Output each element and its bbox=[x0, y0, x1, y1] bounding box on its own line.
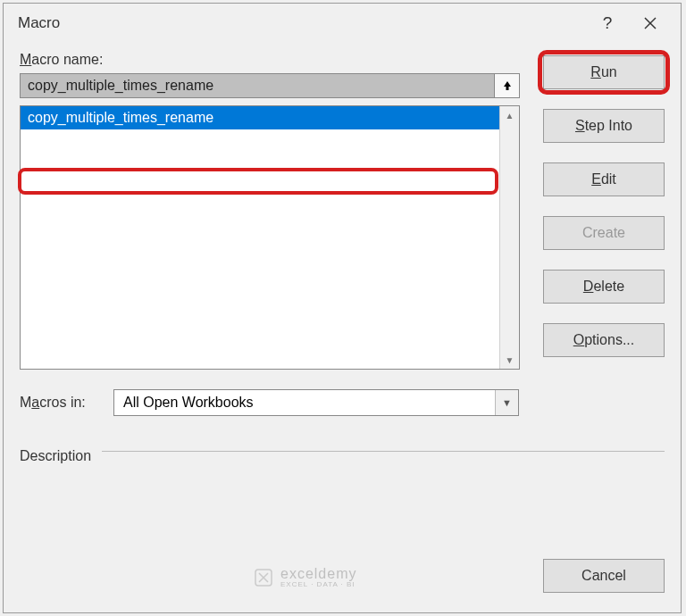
macros-in-value: All Open Workbooks bbox=[123, 395, 495, 411]
watermark-main: exceldemy bbox=[280, 566, 356, 582]
list-item[interactable]: copy_multiple_times_rename bbox=[21, 106, 499, 129]
scroll-down-icon[interactable]: ▼ bbox=[500, 351, 519, 369]
dialog-content: Macro name: copy_multiple_times_rename ▲… bbox=[4, 43, 681, 464]
description-label: Description bbox=[20, 448, 91, 464]
cancel-button[interactable]: Cancel bbox=[543, 559, 665, 593]
macro-list-body: copy_multiple_times_rename bbox=[21, 106, 499, 369]
macros-in-combo[interactable]: All Open Workbooks ▼ bbox=[113, 389, 519, 416]
close-icon bbox=[643, 16, 657, 30]
macros-in-label: Macros in: bbox=[20, 395, 96, 411]
watermark-icon bbox=[254, 568, 273, 587]
macro-dialog: Macro ? Run Step Into Edit Create Delete… bbox=[3, 3, 682, 613]
watermark-sub: EXCEL · DATA · BI bbox=[280, 581, 356, 589]
macro-name-label: Macro name: bbox=[20, 52, 665, 68]
help-button[interactable]: ? bbox=[586, 5, 629, 41]
titlebar: Macro ? bbox=[4, 4, 681, 43]
collapse-dialog-button[interactable] bbox=[495, 73, 520, 98]
arrow-up-icon bbox=[501, 79, 514, 92]
scrollbar[interactable]: ▲ ▼ bbox=[499, 106, 519, 369]
chevron-down-icon: ▼ bbox=[495, 390, 518, 415]
close-button[interactable] bbox=[629, 5, 672, 41]
macro-list[interactable]: copy_multiple_times_rename ▲ ▼ bbox=[20, 105, 520, 370]
macro-name-row bbox=[20, 73, 520, 98]
list-item-label: copy_multiple_times_rename bbox=[28, 110, 213, 126]
watermark: exceldemy EXCEL · DATA · BI bbox=[254, 566, 356, 589]
scroll-up-icon[interactable]: ▲ bbox=[500, 106, 519, 124]
dialog-title: Macro bbox=[18, 14, 586, 32]
macro-name-input[interactable] bbox=[20, 73, 495, 98]
description-divider bbox=[102, 451, 665, 452]
macros-in-row: Macros in: All Open Workbooks ▼ bbox=[20, 389, 665, 416]
